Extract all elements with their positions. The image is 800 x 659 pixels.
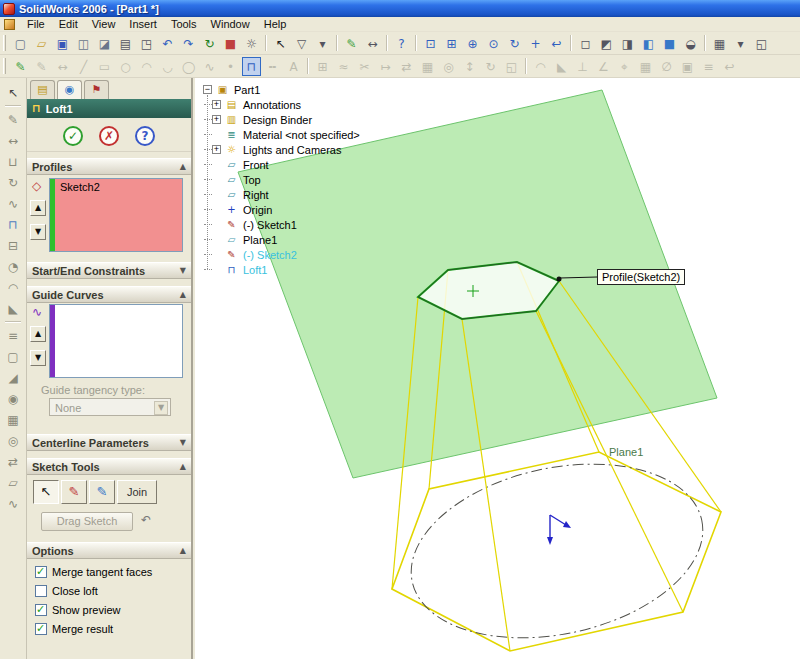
select-icon[interactable]: ↖ bbox=[4, 83, 23, 102]
edit-color-icon[interactable]: ■ bbox=[221, 34, 240, 53]
redo-icon[interactable]: ↷ bbox=[179, 34, 198, 53]
tree-item-lights-and-cameras[interactable]: +☼Lights and Cameras bbox=[203, 142, 383, 157]
options-section-header[interactable]: Options ▲ bbox=[27, 542, 191, 559]
exit-sketch-icon[interactable]: ↩ bbox=[720, 57, 739, 76]
rotate-view-icon[interactable]: ↻ bbox=[505, 34, 524, 53]
grid-settings-icon[interactable]: ▦ bbox=[636, 57, 655, 76]
scale-entities-icon[interactable]: ◱ bbox=[502, 57, 521, 76]
plus-expander-icon[interactable]: + bbox=[212, 145, 221, 154]
move-guide-down-button[interactable]: ▼ bbox=[30, 350, 46, 366]
spline-icon[interactable]: ∿ bbox=[200, 57, 219, 76]
hole-wizard-icon[interactable]: ◉ bbox=[4, 389, 23, 408]
trim-entities-icon[interactable]: ✂ bbox=[355, 57, 374, 76]
previous-view-icon[interactable]: ↩ bbox=[547, 34, 566, 53]
circle-icon[interactable]: ○ bbox=[116, 57, 135, 76]
sketch1-circle[interactable] bbox=[395, 439, 719, 659]
swept-boss-icon[interactable]: ∿ bbox=[4, 194, 23, 213]
tree-item-sketch2[interactable]: ✎(-) Sketch2 bbox=[203, 247, 383, 262]
tree-item-label[interactable]: Loft1 bbox=[241, 264, 269, 276]
profile-list-item[interactable]: Sketch2 bbox=[50, 179, 182, 193]
ellipse-icon[interactable]: ◯ bbox=[179, 57, 198, 76]
view-orientation-icon[interactable]: ▦ bbox=[710, 34, 729, 53]
tree-item-top[interactable]: ▱Top bbox=[203, 172, 383, 187]
tree-item-right[interactable]: ▱Right bbox=[203, 187, 383, 202]
guide-tangency-dropdown[interactable]: None ▼ bbox=[49, 398, 171, 416]
linear-sketch-pattern-icon[interactable]: ▦ bbox=[418, 57, 437, 76]
extend-entities-icon[interactable]: ↦ bbox=[376, 57, 395, 76]
mirror-entities-icon[interactable]: ⇄ bbox=[397, 57, 416, 76]
zoom-in-out-icon[interactable]: ⊕ bbox=[463, 34, 482, 53]
rebuild-icon[interactable]: ↻ bbox=[200, 34, 219, 53]
rib-icon[interactable]: ≡ bbox=[4, 326, 23, 345]
tree-item-label[interactable]: Annotations bbox=[241, 99, 303, 111]
configurationmanager-tab[interactable]: ⚑ bbox=[84, 80, 109, 99]
make-assembly-icon[interactable]: ◪ bbox=[95, 34, 114, 53]
sketch1-hexagon[interactable] bbox=[392, 452, 721, 651]
save-icon[interactable]: ▣ bbox=[53, 34, 72, 53]
tree-item-label[interactable]: (-) Sketch2 bbox=[241, 249, 299, 261]
graphics-area[interactable]: −▣Part1+▤Annotations+▥Design Binder≣Mate… bbox=[195, 78, 800, 659]
plus-expander-icon[interactable]: + bbox=[212, 100, 221, 109]
loft-tool-icon[interactable]: ⊓ bbox=[242, 57, 261, 76]
checkbox-merge-result[interactable]: Merge result bbox=[35, 621, 113, 636]
sketch-picture-icon[interactable]: ▣ bbox=[678, 57, 697, 76]
rotate-entities-icon[interactable]: ↻ bbox=[481, 57, 500, 76]
select-sketch-tool-button[interactable]: ↖ bbox=[33, 480, 59, 504]
add-relation-icon[interactable]: ⊥ bbox=[573, 57, 592, 76]
checkbox-show-preview[interactable]: Show preview bbox=[35, 602, 120, 617]
tree-item-label[interactable]: Design Binder bbox=[241, 114, 314, 126]
shaded-icon[interactable]: ■ bbox=[660, 34, 679, 53]
rectangle-icon[interactable]: ▭ bbox=[95, 57, 114, 76]
profiles-listbox[interactable]: Sketch2 bbox=[49, 178, 183, 252]
checkbox-box[interactable] bbox=[35, 585, 47, 597]
tree-item-label[interactable]: Front bbox=[241, 159, 271, 171]
selection-filter-icon[interactable]: ▽ bbox=[292, 34, 311, 53]
smart-dimension-icon[interactable]: ↔ bbox=[4, 131, 23, 150]
menu-file[interactable]: File bbox=[20, 18, 52, 30]
hidden-lines-visible-icon[interactable]: ◩ bbox=[597, 34, 616, 53]
tree-item-front[interactable]: ▱Front bbox=[203, 157, 383, 172]
plus-expander-icon[interactable]: + bbox=[212, 115, 221, 124]
tree-item-loft1[interactable]: ⊓Loft1 bbox=[203, 262, 383, 277]
smart-dimension-icon[interactable]: ↔ bbox=[53, 57, 72, 76]
3d-sketch-icon[interactable]: ✎ bbox=[32, 57, 51, 76]
sketch-fillet-icon[interactable]: ◠ bbox=[531, 57, 550, 76]
standard-views-icon[interactable]: ▾ bbox=[731, 34, 750, 53]
ruler-icon[interactable]: ≡ bbox=[699, 57, 718, 76]
dimension-icon[interactable]: ↔ bbox=[363, 34, 382, 53]
menu-window[interactable]: Window bbox=[204, 18, 257, 30]
circular-sketch-pattern-icon[interactable]: ◎ bbox=[439, 57, 458, 76]
tree-item-material-not-specified[interactable]: ≣Material <not specified> bbox=[203, 127, 383, 142]
tree-item-label[interactable]: Top bbox=[241, 174, 263, 186]
linear-pattern-icon[interactable]: ▦ bbox=[4, 410, 23, 429]
sketch-chamfer-icon[interactable]: ◣ bbox=[552, 57, 571, 76]
select-icon[interactable]: ↖ bbox=[271, 34, 290, 53]
move-entities-icon[interactable]: ↕ bbox=[460, 57, 479, 76]
reference-geometry-icon[interactable]: ▱ bbox=[4, 473, 23, 492]
menu-help[interactable]: Help bbox=[257, 18, 294, 30]
checkbox-box[interactable] bbox=[35, 604, 47, 616]
undo-icon[interactable]: ↶ bbox=[158, 34, 177, 53]
tree-item-label[interactable]: Part1 bbox=[232, 84, 262, 96]
quick-snaps-icon[interactable]: ⌖ bbox=[615, 57, 634, 76]
section-view-icon[interactable]: ◒ bbox=[681, 34, 700, 53]
plane1-label[interactable]: Plane1 bbox=[609, 446, 643, 458]
fullscreen-icon[interactable]: ◱ bbox=[752, 34, 771, 53]
propertymanager-tab[interactable]: ◉ bbox=[57, 80, 82, 99]
tree-item-label[interactable]: Material <not specified> bbox=[241, 129, 362, 141]
featuremanager-tab[interactable]: ▤ bbox=[30, 80, 55, 99]
revolved-boss-icon[interactable]: ↻ bbox=[4, 173, 23, 192]
zoom-to-fit-icon[interactable]: ⊡ bbox=[421, 34, 440, 53]
checkbox-merge-tangent-faces[interactable]: Merge tangent faces bbox=[35, 564, 152, 579]
move-profile-up-button[interactable]: ▲ bbox=[30, 200, 46, 216]
cancel-button[interactable]: ✗ bbox=[99, 126, 119, 146]
offset-entities-icon[interactable]: ≈ bbox=[334, 57, 353, 76]
undo-drag-icon[interactable]: ↶ bbox=[141, 513, 151, 527]
titlebar[interactable]: SolidWorks 2006 - [Part1 *] bbox=[0, 0, 800, 17]
checkbox-box[interactable] bbox=[35, 566, 47, 578]
draft-icon[interactable]: ◢ bbox=[4, 368, 23, 387]
hidden-lines-removed-icon[interactable]: ◨ bbox=[618, 34, 637, 53]
pan-icon[interactable]: + bbox=[526, 34, 545, 53]
checkbox-box[interactable] bbox=[35, 623, 47, 635]
menu-view[interactable]: View bbox=[85, 18, 123, 30]
